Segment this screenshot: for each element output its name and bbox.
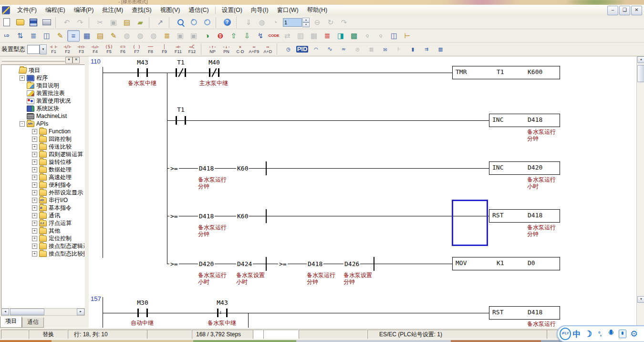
help-icon[interactable]: ? bbox=[221, 17, 233, 28]
edit-mode-icon[interactable]: ✎ bbox=[54, 30, 66, 42]
tree-item[interactable]: + 高速处理 bbox=[1, 173, 84, 181]
simulator-icon[interactable]: ▣ bbox=[174, 30, 187, 42]
tree-item[interactable]: + 通讯 bbox=[1, 212, 84, 219]
title-bar[interactable]: - [梯形图模式] bbox=[0, 0, 644, 5]
thermometer-icon[interactable]: ▮ bbox=[406, 43, 420, 55]
compare-operator[interactable]: >= bbox=[169, 213, 179, 220]
append-row-button[interactable]: ↦A+D bbox=[261, 43, 275, 55]
pid-wizard-icon[interactable]: PID bbox=[296, 43, 309, 55]
code-convert-icon[interactable]: CODE bbox=[268, 30, 280, 42]
cut-icon[interactable]: ✂ bbox=[94, 17, 106, 28]
ld-out-view-icon[interactable]: LD bbox=[0, 30, 13, 42]
tree-item[interactable]: + 定位控制 bbox=[1, 235, 84, 242]
undo-icon[interactable]: ↶ bbox=[61, 17, 73, 28]
separator[interactable] bbox=[149, 17, 152, 28]
tree-expand-toggle[interactable]: + bbox=[20, 75, 25, 81]
selection-cursor[interactable] bbox=[452, 200, 488, 246]
tree-expand-toggle[interactable]: + bbox=[32, 244, 37, 249]
tree-item[interactable]: + I/O 串行I/O bbox=[1, 196, 84, 204]
tree-horizontal-scrollbar[interactable]: ◄ ► bbox=[1, 308, 85, 316]
redo-icon[interactable]: ↷ bbox=[74, 17, 86, 28]
contact-bar[interactable] bbox=[185, 116, 186, 125]
sfc-view-icon[interactable]: ⇅ bbox=[14, 30, 26, 42]
compare-operator[interactable]: >= bbox=[169, 165, 179, 172]
balloon-comment-icon[interactable]: ◍ bbox=[121, 30, 133, 42]
contact-normally-closed-f2[interactable]: ⊣/⊢F2 bbox=[61, 43, 74, 55]
remove-step-icon[interactable]: ⊖ bbox=[311, 17, 323, 28]
tree-expand-toggle[interactable]: - bbox=[20, 121, 25, 127]
menu-wizard[interactable]: 向导(I) bbox=[247, 5, 273, 16]
tree-expand-toggle[interactable]: + bbox=[32, 152, 37, 157]
tree-item[interactable]: 项目说明 bbox=[1, 82, 84, 89]
trace-icon[interactable]: ↗ bbox=[154, 17, 166, 28]
scrollbar-thumb[interactable] bbox=[10, 309, 44, 315]
query-icon[interactable]: Q bbox=[361, 30, 374, 42]
s-wizard-icon[interactable]: ◎ bbox=[351, 43, 364, 55]
timer-wizard-icon[interactable]: ◷ bbox=[282, 43, 295, 55]
simulator2-icon[interactable]: ▣ bbox=[187, 30, 200, 42]
step-wizard-icon[interactable]: ≈ bbox=[337, 43, 351, 55]
menu-program[interactable]: 编程(E) bbox=[41, 5, 70, 16]
device-table-icon[interactable]: ▦ bbox=[81, 30, 93, 42]
moon-mode-icon[interactable]: ☽ bbox=[582, 328, 594, 340]
tree-item[interactable]: 装置批注表 bbox=[1, 89, 84, 97]
tree-item[interactable]: + 其他 bbox=[1, 227, 84, 235]
tree-item[interactable]: MachineList bbox=[1, 112, 84, 120]
sidebar-grip[interactable] bbox=[2, 59, 65, 62]
step-list-icon[interactable]: ≣ bbox=[321, 30, 333, 42]
voice-panel-icon[interactable] bbox=[617, 328, 628, 340]
tree-item[interactable]: + 回路控制 bbox=[1, 135, 84, 143]
contact-bar[interactable] bbox=[137, 309, 139, 317]
flow-icon[interactable]: ⇉ bbox=[420, 43, 434, 55]
new-file-icon[interactable] bbox=[0, 17, 13, 28]
tab-project[interactable]: 项目 bbox=[0, 317, 22, 328]
microphone-icon[interactable] bbox=[605, 328, 617, 340]
tree-item[interactable]: + Function bbox=[1, 128, 84, 135]
menu-search[interactable]: 查找(S) bbox=[127, 5, 156, 16]
wave-wizard-icon[interactable]: ∿ bbox=[323, 43, 337, 55]
restore-button[interactable]: ❏ bbox=[619, 6, 630, 15]
separator[interactable] bbox=[89, 17, 92, 28]
tree-item[interactable]: + 外部设定显示 bbox=[1, 189, 84, 196]
save-icon[interactable] bbox=[27, 17, 40, 28]
stack-icon[interactable]: ◨ bbox=[334, 30, 347, 42]
print-icon[interactable] bbox=[41, 17, 53, 28]
contact-bar[interactable] bbox=[209, 68, 210, 77]
tree-item[interactable]: + 接点型态比较指令 bbox=[1, 250, 84, 257]
menu-options[interactable]: 设置(O) bbox=[218, 5, 247, 16]
tree-item[interactable]: + 便利指令 bbox=[1, 181, 84, 189]
separator[interactable] bbox=[169, 17, 172, 28]
contact-rising-edge-f3[interactable]: ⊣↑⊢F3 bbox=[75, 43, 88, 55]
step-spinner[interactable]: ▲▼ bbox=[302, 18, 310, 27]
jump-icon[interactable]: ↷ bbox=[338, 17, 350, 28]
chevron-down-icon[interactable]: ▼ bbox=[40, 44, 47, 54]
menu-divider[interactable] bbox=[215, 7, 216, 14]
out-coil-f7[interactable]: ( )F7 bbox=[130, 43, 144, 55]
ladder-editor[interactable]: 110 M43 备水泵中继 T1 M40 主水泵中继 TMR T1 K600 T… bbox=[89, 56, 636, 328]
tree-item[interactable]: + 程序 bbox=[1, 74, 84, 82]
compare-operand[interactable]: D420 bbox=[198, 260, 215, 267]
punctuation-icon[interactable]: °, bbox=[594, 328, 605, 340]
insert-row-button[interactable]: ↤A+F9 bbox=[248, 43, 261, 55]
tree-item[interactable]: 项目 bbox=[1, 66, 84, 74]
query2-icon[interactable]: Q bbox=[374, 30, 387, 42]
ladder-view-icon[interactable]: ≡ bbox=[67, 30, 80, 42]
pc-link-icon[interactable]: ◫ bbox=[388, 30, 400, 42]
instruction-box-inc[interactable]: INC D420 bbox=[489, 161, 560, 175]
menu-comment[interactable]: 批注(M) bbox=[98, 5, 127, 16]
compare-operand[interactable]: D418 bbox=[307, 260, 323, 267]
separator[interactable] bbox=[236, 17, 239, 28]
menu-window[interactable]: 窗口(W) bbox=[273, 5, 303, 16]
menu-compile[interactable]: 编译(P) bbox=[70, 5, 98, 16]
contact-bar[interactable] bbox=[226, 309, 228, 317]
contact-bar[interactable] bbox=[185, 68, 186, 77]
compare-operand[interactable]: D424 bbox=[236, 260, 253, 267]
tree-item[interactable]: + 传送比较 bbox=[1, 143, 84, 150]
tree-item[interactable]: + 1.1 浮点运算 bbox=[1, 219, 84, 227]
separator[interactable] bbox=[55, 17, 58, 28]
tree-item[interactable]: + 四则逻辑运算 bbox=[1, 150, 84, 158]
compare-operand[interactable]: K60 bbox=[236, 165, 249, 172]
comment-edit-icon[interactable]: ✎ bbox=[107, 30, 120, 42]
tree-expand-toggle[interactable]: + bbox=[32, 190, 37, 195]
open-file-icon[interactable] bbox=[14, 17, 26, 28]
